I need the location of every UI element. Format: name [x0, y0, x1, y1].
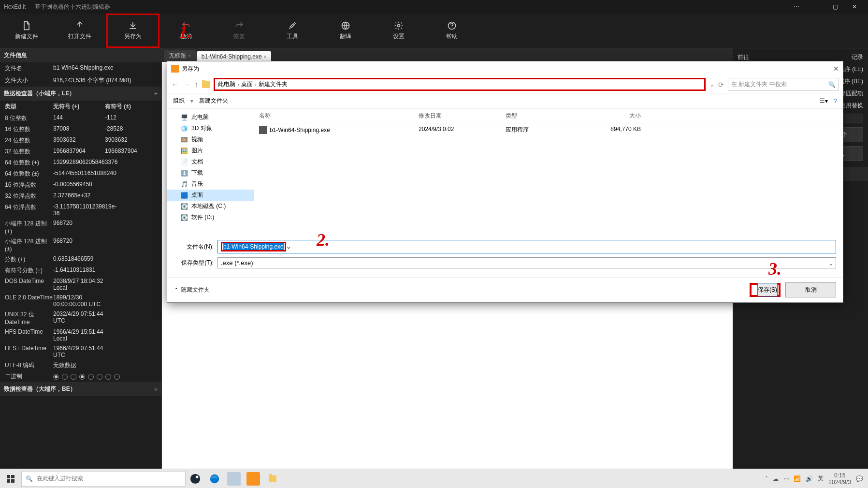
- filename-input[interactable]: b1-Win64-Shipping.exe⌄: [217, 240, 836, 253]
- notification-icon[interactable]: 💬: [856, 475, 863, 482]
- window-titlebar: HexEd.it — 基于浏览器的十六进制编辑器 ⋯ ─ ▢ ✕: [0, 0, 868, 14]
- inspector-row: 64 位整数 (±)-5147455011651088240: [0, 168, 161, 179]
- folder-tree[interactable]: 🖥️此电脑🧊3D 对象🎞️视频🖼️图片📄文档⬇️下载🎵音乐🟦桌面💽本地磁盘 (C…: [167, 109, 254, 235]
- maximize-icon[interactable]: ▢: [825, 0, 845, 14]
- main-toolbar: 新建文件 打开文件 另存为 撤消 恢复 工具 翻译 设置 帮助: [0, 14, 868, 48]
- svg-rect-3: [7, 475, 10, 478]
- clock[interactable]: 0:152024/9/3: [828, 472, 851, 486]
- open-file-button[interactable]: 打开文件: [53, 14, 106, 48]
- annotation-1: 1.: [179, 22, 192, 42]
- cancel-button[interactable]: 取消: [785, 282, 836, 297]
- folder-search-input[interactable]: 在 新建文件夹 中搜索🔍: [728, 78, 839, 91]
- col-name[interactable]: 名称: [259, 112, 419, 120]
- more-icon[interactable]: ⋯: [787, 0, 806, 14]
- tree-item[interactable]: 💽本地磁盘 (C:): [167, 201, 254, 212]
- file-row[interactable]: b1-Win64-Shipping.exe 2024/9/3 0:02 应用程序…: [254, 123, 843, 136]
- back-icon[interactable]: ←: [171, 80, 179, 89]
- add-icon[interactable]: +: [154, 90, 158, 97]
- left-panel: 文件信息 文件名b1-Win64-Shipping.exe 文件大小916,24…: [0, 48, 162, 469]
- inspector-row: 分数 (+)0.63518466559: [0, 254, 161, 265]
- chevron-up-icon[interactable]: ˄: [765, 475, 768, 482]
- tree-item[interactable]: 🟦桌面: [167, 190, 254, 201]
- inspector-row: 有符号分数 (±)-1.64110311831: [0, 265, 161, 276]
- save-button[interactable]: 保存(S): [757, 283, 778, 296]
- refresh-icon[interactable]: ⟳: [718, 81, 724, 89]
- forward-icon[interactable]: →: [183, 80, 190, 89]
- new-file-button[interactable]: 新建文件: [0, 14, 53, 48]
- volume-icon[interactable]: 🔊: [806, 475, 813, 482]
- new-folder-button[interactable]: 新建文件夹: [199, 97, 228, 105]
- history-label[interactable]: 记录: [852, 53, 863, 61]
- start-button[interactable]: [0, 469, 21, 488]
- col-size[interactable]: 大小: [583, 112, 641, 120]
- translate-button[interactable]: 翻译: [319, 14, 372, 48]
- battery-icon[interactable]: ▭: [783, 475, 789, 482]
- inspector-row: 24 位整数39036323903632: [0, 135, 161, 146]
- inspector-row: UTF-8 编码无效数据: [0, 360, 161, 371]
- inspector-row: DOS DateTime2038/9/27 18:04:32 Local: [0, 276, 161, 293]
- dropdown-icon[interactable]: ⌄: [828, 260, 834, 267]
- add-icon[interactable]: +: [154, 386, 158, 393]
- view-icon[interactable]: ☰▾: [820, 98, 828, 104]
- onedrive-icon[interactable]: ☁: [773, 475, 779, 482]
- tree-item[interactable]: 📄文档: [167, 156, 254, 167]
- hexedit-taskbar-icon[interactable]: [246, 472, 260, 486]
- ime-indicator[interactable]: 英: [818, 474, 824, 483]
- savetype-label: 保存类型(T):: [174, 259, 217, 267]
- explorer-icon[interactable]: [266, 472, 279, 486]
- breadcrumb[interactable]: 此电脑› 桌面› 新建文件夹: [214, 78, 706, 91]
- wifi-icon[interactable]: 📶: [794, 475, 801, 482]
- filename-label: 文件名(N):: [174, 243, 217, 251]
- dialog-close-icon[interactable]: ✕: [833, 65, 839, 73]
- inspector-row: 32 位浮点数2.377665e+32: [0, 191, 161, 202]
- dropdown-icon[interactable]: ⌄: [709, 81, 714, 88]
- svg-rect-5: [7, 479, 10, 483]
- taskbar-search-input[interactable]: 🔍在此键入进行搜索: [21, 471, 186, 487]
- help-button[interactable]: 帮助: [425, 14, 478, 48]
- svg-rect-6: [11, 479, 14, 483]
- edge-icon[interactable]: [208, 472, 221, 486]
- svg-point-7: [190, 473, 200, 483]
- minimize-icon[interactable]: ─: [806, 0, 825, 14]
- tree-item[interactable]: 🖼️图片: [167, 145, 254, 156]
- filename-label: 文件名: [5, 64, 53, 73]
- close-tab-icon[interactable]: ×: [264, 54, 267, 59]
- bit-radio[interactable]: [53, 374, 59, 380]
- savetype-select[interactable]: .exe (*.exe)⌄: [217, 257, 836, 268]
- inspector-row: 小端序 128 进制 (±)968720: [0, 236, 161, 254]
- save-as-button[interactable]: 另存为: [106, 14, 159, 48]
- inspector-row: 小端序 128 进制 (+)968720: [0, 218, 161, 236]
- help-icon[interactable]: ?: [834, 98, 837, 104]
- tree-item[interactable]: ⬇️下载: [167, 167, 254, 178]
- hide-folders-toggle[interactable]: ⌃隐藏文件夹: [174, 286, 210, 294]
- inspector-row: HFS+ DateTime1966/4/29 07:51:44 UTC: [0, 343, 161, 360]
- close-icon[interactable]: ✕: [845, 0, 864, 14]
- tree-item[interactable]: 🎞️视频: [167, 134, 254, 145]
- file-info-header: 文件信息: [0, 48, 161, 62]
- inspector-row: 16 位浮点数-0.0005569458: [0, 179, 161, 191]
- inspector-row: 32 位整数19668379041966837904: [0, 146, 161, 157]
- svg-point-8: [196, 475, 199, 478]
- inspector-row: 64 位浮点数-3.1157501101239819e-36: [0, 202, 161, 218]
- task-icon[interactable]: [227, 472, 241, 486]
- windows-taskbar: 🔍在此键入进行搜索 ˄ ☁ ▭ 📶 🔊 英 0:152024/9/3 💬: [0, 469, 868, 488]
- organize-button[interactable]: 组织: [173, 97, 185, 105]
- search-icon: 🔍: [828, 81, 836, 88]
- tree-item[interactable]: 🖥️此电脑: [167, 112, 254, 123]
- col-date[interactable]: 修改日期: [419, 112, 506, 120]
- steam-icon[interactable]: [188, 472, 202, 486]
- close-tab-icon[interactable]: ×: [188, 53, 191, 59]
- dialog-title: 另存为: [182, 65, 199, 73]
- tab-untitled[interactable]: 无标题×: [164, 50, 196, 62]
- tree-item[interactable]: 🧊3D 对象: [167, 123, 254, 134]
- tab-file[interactable]: b1-Win64-Shipping.exe×: [197, 51, 272, 62]
- settings-button[interactable]: 设置: [372, 14, 425, 48]
- tools-button[interactable]: 工具: [266, 14, 319, 48]
- up-icon[interactable]: ↑: [194, 80, 198, 89]
- tree-item[interactable]: 🎵音乐: [167, 178, 254, 190]
- dropdown-icon[interactable]: ⌄: [286, 243, 291, 250]
- redo-button[interactable]: 恢复: [213, 14, 266, 48]
- col-type[interactable]: 类型: [506, 112, 583, 120]
- tree-item[interactable]: 💽软件 (D:): [167, 212, 254, 223]
- system-tray[interactable]: ˄ ☁ ▭ 📶 🔊 英 0:152024/9/3 💬: [760, 472, 868, 486]
